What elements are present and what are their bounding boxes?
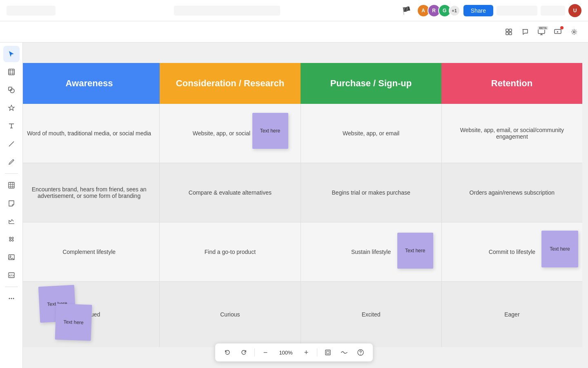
cell-0-2: Website, app, or email (301, 104, 442, 163)
flag-icon[interactable]: 🏴 (399, 3, 414, 18)
cell-2-3: Commit to lifestyle Text here (442, 222, 582, 281)
svg-rect-21 (325, 350, 330, 355)
cell-0-3: Website, app, email, or social/community… (442, 104, 582, 163)
svg-point-19 (11, 298, 12, 299)
frames-tool[interactable] (3, 64, 20, 80)
cell-0-1: Website, app, or social media Text here (160, 104, 301, 163)
cell-1-1: Compare & evaluate alternatives (160, 163, 301, 222)
avatar-group: A R G +1 (417, 4, 460, 17)
cell-1-2: Begins trial or makes purchase (301, 163, 442, 222)
beta-badge: BETA (538, 26, 548, 30)
sticky-2-3[interactable]: Text here (541, 231, 578, 267)
topbar-right: 🏴 A R G +1 Share U (399, 3, 581, 18)
cell-3-0: Intrigued Text here Text here (23, 282, 160, 347)
sidebar (0, 43, 23, 368)
svg-rect-2 (506, 32, 508, 35)
row-emotions: Intrigued Text here Text here Curious Ex… (23, 282, 582, 347)
zoom-level[interactable]: 100% (276, 350, 296, 356)
sticky-3-0b[interactable]: Text here (55, 303, 92, 341)
more-tool[interactable] (3, 290, 20, 307)
breadcrumb-placeholder (7, 6, 56, 16)
text-tool[interactable] (3, 118, 20, 134)
topbar-center (56, 6, 399, 16)
header-awareness: Awareness (23, 63, 160, 104)
fit-to-screen-button[interactable] (322, 347, 334, 358)
secondbar: BETA (0, 21, 588, 43)
undo-button[interactable] (222, 347, 233, 358)
cell-3-1: Curious (160, 282, 301, 347)
avatar-overflow: +1 (449, 5, 460, 16)
pen-tool[interactable] (3, 154, 20, 170)
svg-rect-1 (509, 29, 512, 31)
svg-point-23 (360, 354, 361, 355)
topbar: 🏴 A R G +1 Share U (0, 0, 588, 21)
cell-2-2: Sustain lifestyle Text here (301, 222, 442, 281)
header-retention: Retention (441, 63, 582, 104)
help-button[interactable] (355, 347, 366, 358)
wave-button[interactable] (339, 347, 350, 358)
settings-icon[interactable] (567, 25, 581, 39)
svg-point-11 (9, 237, 11, 239)
sticky-2-2[interactable]: Text here (397, 233, 433, 269)
cell-2-1: Find a go-to product (160, 222, 301, 281)
plugin-tool[interactable] (3, 231, 20, 247)
chart-tool[interactable] (3, 213, 20, 229)
cell-3-2: Excited (301, 282, 442, 347)
sticky-0-1[interactable]: Text here (252, 113, 288, 149)
right-placeholder-1 (497, 6, 537, 16)
cell-1-3: Orders again/renews subscription (442, 163, 582, 222)
image-tool[interactable] (3, 249, 20, 265)
star-tool[interactable] (3, 100, 20, 116)
cell-0-0: Word of mouth, traditional media, or soc… (23, 104, 160, 163)
redo-button[interactable] (238, 347, 249, 358)
svg-rect-7 (9, 69, 14, 75)
header-purchase: Purchase / Sign-up (301, 63, 441, 104)
svg-rect-3 (509, 32, 512, 35)
cursor-tool[interactable] (3, 46, 20, 62)
svg-point-8 (10, 89, 14, 93)
user-avatar[interactable]: U (568, 4, 581, 17)
header-consideration: Consideration / Research (160, 63, 301, 104)
table-tool[interactable] (3, 177, 20, 193)
row-actions: Encounters brand, hears from friend, see… (23, 163, 582, 222)
row-goals: Complement lifestyle Find a go-to produc… (23, 222, 582, 282)
comment-icon[interactable] (518, 25, 532, 39)
sticky-tool[interactable] (3, 195, 20, 211)
topbar-left (7, 6, 56, 16)
svg-point-16 (10, 256, 11, 257)
svg-rect-4 (538, 29, 545, 34)
bottom-toolbar: − 100% + (215, 343, 373, 361)
row-touchpoints: Word of mouth, traditional media, or soc… (23, 104, 582, 163)
svg-point-20 (13, 298, 14, 299)
right-placeholder-2 (541, 6, 565, 16)
svg-point-14 (12, 240, 13, 241)
shapes-tool[interactable] (3, 82, 20, 98)
svg-point-18 (9, 298, 10, 299)
zoom-out-button[interactable]: − (260, 347, 271, 358)
svg-point-6 (573, 31, 575, 33)
present-icon[interactable]: BETA (534, 25, 549, 39)
journey-map: Awareness Consideration / Research Purch… (23, 63, 582, 347)
center-breadcrumb (174, 6, 280, 16)
cell-3-3: Eager (442, 282, 582, 347)
svg-rect-10 (9, 182, 14, 188)
cell-2-0: Complement lifestyle (23, 222, 160, 281)
zoom-in-button[interactable]: + (301, 347, 312, 358)
sidebar-divider-1 (5, 173, 18, 174)
svg-point-12 (12, 237, 13, 239)
embed-tool[interactable] (3, 267, 20, 283)
pages-icon[interactable] (501, 25, 516, 39)
svg-rect-0 (506, 29, 508, 31)
sidebar-divider-2 (5, 287, 18, 287)
svg-point-13 (9, 240, 11, 241)
toolbar-divider-2 (317, 348, 317, 357)
cell-1-0: Encounters brand, hears from friend, see… (23, 163, 160, 222)
toolbar-divider-1 (254, 348, 255, 357)
notification-badge (560, 26, 564, 29)
line-tool[interactable] (3, 136, 20, 152)
share-screen-icon[interactable] (550, 25, 565, 39)
canvas[interactable]: Awareness Consideration / Research Purch… (23, 43, 588, 368)
header-row: Awareness Consideration / Research Purch… (23, 63, 582, 104)
share-button[interactable]: Share (463, 5, 493, 16)
